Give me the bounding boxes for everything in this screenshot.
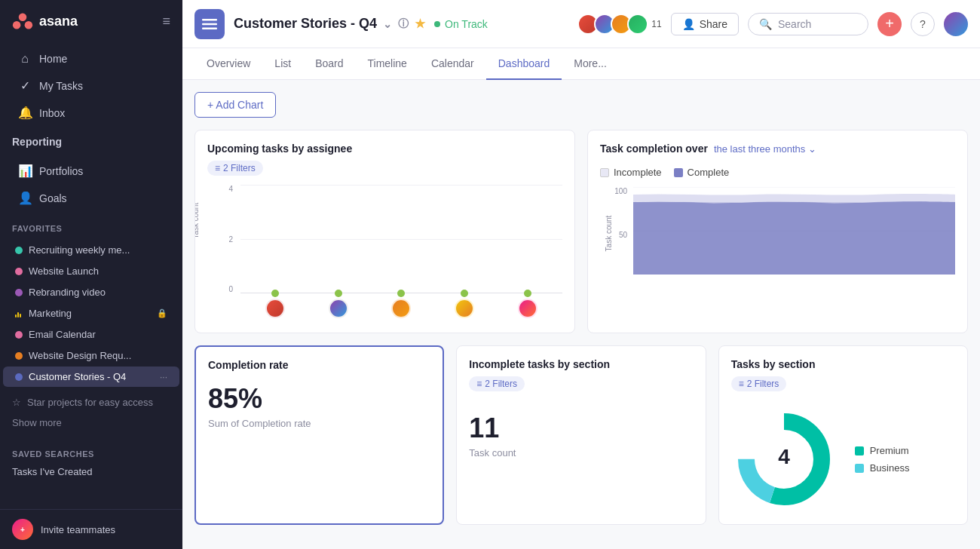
share-button[interactable]: 👤 Share <box>671 13 739 35</box>
fav-dot-pink <box>15 268 23 275</box>
x-avatar-circle-3 <box>391 299 411 318</box>
donut-label-business: Business <box>870 462 910 474</box>
lock-icon: 🔒 <box>157 308 167 318</box>
project-title-area: Customer Stories - Q4 ⌄ ⓘ ★ <box>234 16 425 32</box>
area-y-title: Task count <box>605 216 613 252</box>
time-selector[interactable]: the last three months ⌄ <box>714 143 816 155</box>
tab-list[interactable]: List <box>262 48 303 80</box>
favorite-label-website-design: Website Design Requ... <box>29 350 131 361</box>
favorite-label-rebranding: Rebranding video <box>29 287 106 298</box>
grid-line-mid <box>240 239 562 240</box>
x-avatar-2 <box>310 299 367 318</box>
tasks-section-filter-label: 2 Filters <box>747 379 779 389</box>
logo-text: asana <box>39 14 78 29</box>
sidebar-item-home[interactable]: ⌂ Home <box>6 46 176 72</box>
on-track-dot <box>434 21 440 27</box>
tab-board[interactable]: Board <box>303 48 355 80</box>
x-avatar-1 <box>247 299 304 318</box>
bottom-charts-row: Completion rate 85% Sum of Completion ra… <box>194 345 968 525</box>
svg-rect-3 <box>202 19 217 21</box>
add-button[interactable]: + <box>877 12 902 36</box>
share-icon: 👤 <box>682 18 695 30</box>
donut-center-text: 4 <box>778 445 790 468</box>
saved-search-label-tasks-created: Tasks I've Created <box>12 466 93 477</box>
info-icon[interactable]: ⓘ <box>398 17 409 31</box>
favorite-label-website-launch: Website Launch <box>29 265 99 277</box>
asana-logo[interactable]: asana <box>12 11 78 32</box>
donut-label-premium: Premium <box>870 445 909 456</box>
favorite-item-website-launch[interactable]: Website Launch <box>3 261 179 281</box>
on-track-label: On Track <box>445 18 488 30</box>
search-icon: 🔍 <box>759 18 772 30</box>
incomplete-sublabel: Task count <box>469 447 693 459</box>
team-avatar-4[interactable] <box>627 14 648 35</box>
star-projects-item[interactable]: ☆ Star projects for easy access <box>0 391 182 414</box>
add-chart-button[interactable]: + Add Chart <box>194 92 276 118</box>
help-button[interactable]: ? <box>911 12 935 36</box>
favorite-item-rebranding[interactable]: Rebranding video <box>3 282 179 302</box>
search-box[interactable]: 🔍 Search <box>748 13 868 35</box>
favorites-list: Recruiting weekly me... Website Launch R… <box>0 236 182 391</box>
area-y-100: 100 <box>614 187 627 195</box>
x-avatar-circle-5 <box>518 299 537 318</box>
favorite-item-marketing[interactable]: Marketing 🔒 <box>3 303 179 324</box>
completion-title-row: Task completion over the last three mont… <box>600 143 955 161</box>
team-avatar-count: 11 <box>651 19 661 29</box>
show-more-button[interactable]: Show more <box>0 414 182 434</box>
tasks-section-filter[interactable]: ≡ 2 Filters <box>731 376 787 391</box>
tab-timeline[interactable]: Timeline <box>356 48 419 80</box>
sidebar-item-my-tasks[interactable]: ✓ My Tasks <box>6 72 176 99</box>
sidebar-item-inbox-label: Inbox <box>39 107 65 119</box>
favorite-item-customer-stories[interactable]: Customer Stories - Q4 ··· <box>3 367 179 387</box>
upcoming-tasks-chart: Upcoming tasks by assignee ≡ 2 Filters 4… <box>194 130 575 333</box>
favorite-item-recruiting[interactable]: Recruiting weekly me... <box>3 240 179 260</box>
tab-dashboard[interactable]: Dashboard <box>486 48 562 80</box>
chevron-down-icon[interactable]: ⌄ <box>383 18 392 30</box>
incomplete-filter-badge[interactable]: ≡ 2 Filters <box>469 376 525 391</box>
tasks-by-section-card: Tasks by section ≡ 2 Filters 4 <box>718 345 968 525</box>
fav-dot-blue <box>15 373 23 381</box>
completion-title: Task completion over <box>600 143 708 155</box>
donut-box-premium <box>855 446 864 455</box>
y-label-2: 2 <box>228 235 233 244</box>
bar-dot-2 <box>335 290 342 297</box>
incomplete-tasks-card: Incomplete tasks by section ≡ 2 Filters … <box>456 345 706 525</box>
favorite-item-email-calendar[interactable]: Email Calendar <box>3 324 179 345</box>
upcoming-tasks-filter[interactable]: ≡ 2 Filters <box>207 161 263 176</box>
invite-teammates-button[interactable]: + Invite teammates <box>0 509 182 549</box>
favorite-item-website-design[interactable]: Website Design Requ... <box>3 345 179 366</box>
sidebar-item-goals[interactable]: 👤 Goals <box>6 185 176 211</box>
project-icon <box>194 9 225 39</box>
x-axis-avatars <box>240 296 562 321</box>
hamburger-icon <box>202 17 217 32</box>
project-title-text: Customer Stories - Q4 <box>234 16 377 32</box>
dashboard-content: + Add Chart Upcoming tasks by assignee ≡… <box>182 80 980 549</box>
tasks-by-section-title: Tasks by section <box>731 358 955 370</box>
sidebar-item-inbox[interactable]: 🔔 Inbox <box>6 100 176 126</box>
legend-label-complete: Complete <box>688 167 730 178</box>
chevron-down-time: ⌄ <box>808 143 816 155</box>
svg-rect-4 <box>202 23 217 25</box>
tab-more[interactable]: More... <box>562 48 619 80</box>
completion-rate-sublabel: Sum of Completion rate <box>208 418 430 429</box>
user-avatar[interactable] <box>944 12 968 36</box>
tab-overview[interactable]: Overview <box>194 48 262 80</box>
reporting-nav: 📊 Portfolios 👤 Goals <box>0 154 182 215</box>
sidebar-item-portfolios[interactable]: 📊 Portfolios <box>6 158 176 184</box>
saved-search-tasks-created[interactable]: Tasks I've Created <box>0 462 182 482</box>
tab-calendar[interactable]: Calendar <box>419 48 486 80</box>
goals-icon: 👤 <box>18 191 32 205</box>
area-chart-svg <box>633 187 955 274</box>
star-filled-icon[interactable]: ★ <box>415 17 425 31</box>
more-dots-icon[interactable]: ··· <box>160 372 167 382</box>
svg-point-0 <box>19 14 27 22</box>
incomplete-tasks-title: Incomplete tasks by section <box>469 358 693 370</box>
incomplete-filter-label: 2 Filters <box>485 379 517 389</box>
sidebar-item-my-tasks-label: My Tasks <box>39 80 83 92</box>
x-avatar-3 <box>373 299 430 318</box>
invite-label: Invite teammates <box>41 524 115 535</box>
sidebar-toggle[interactable]: ≡ <box>162 14 170 29</box>
legend-box-incomplete <box>600 168 609 177</box>
fav-dot-orange <box>15 352 23 360</box>
completion-rate-card: Completion rate 85% Sum of Completion ra… <box>194 345 444 525</box>
